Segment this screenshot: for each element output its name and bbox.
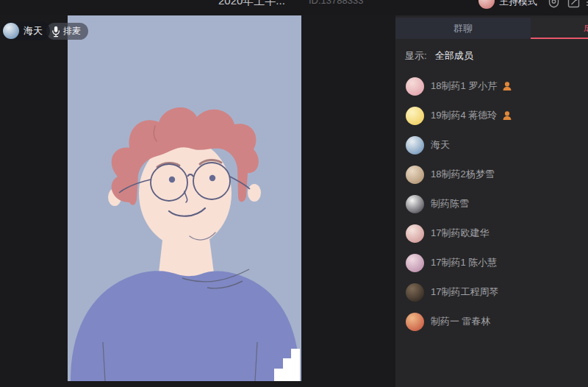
shield-icon[interactable]	[548, 0, 560, 8]
member-name: 17制药1 陈小慧	[431, 256, 497, 269]
member-avatar	[406, 283, 424, 302]
member-panel: 群聊 成员 显示: 全部成员 18制药1 罗小芹 19制药4 蒋德玲 海天 18…	[395, 15, 588, 387]
member-avatar	[406, 77, 424, 96]
member-row[interactable]: 18制药1 罗小芹	[395, 71, 588, 101]
member-avatar	[406, 107, 424, 125]
member-row[interactable]: 制药一 雷春林	[395, 307, 588, 336]
member-avatar	[406, 313, 424, 331]
member-row[interactable]: 18制药2杨梦雪	[395, 160, 588, 189]
member-name: 18制药1 罗小芹	[431, 79, 497, 93]
member-avatar	[406, 136, 424, 155]
filter-value-dropdown[interactable]: 全部成员	[435, 49, 473, 63]
member-name: 海天	[431, 138, 450, 152]
queue-mic-button[interactable]: 排麦	[46, 23, 88, 40]
host-avatar[interactable]	[478, 0, 495, 9]
host-mode-label: 主持模式	[499, 0, 537, 8]
person-badge-icon	[502, 110, 512, 121]
member-row[interactable]: 海天	[395, 130, 588, 160]
member-row[interactable]: 17制药工程周琴	[395, 277, 588, 307]
filter-label: 显示:	[405, 49, 427, 63]
edit-icon[interactable]	[567, 0, 580, 8]
meeting-title: 2020年上半...	[218, 0, 285, 8]
member-name: 18制药2杨梦雪	[431, 168, 495, 181]
video-nameplate: 海天	[1, 21, 50, 40]
member-name: 17制药欧建华	[431, 227, 489, 240]
member-avatar	[406, 224, 424, 243]
panel-tabbar: 群聊 成员	[395, 18, 588, 39]
member-avatar	[406, 254, 424, 272]
member-list: 18制药1 罗小芹 19制药4 蒋德玲 海天 18制药2杨梦雪 制药陈雪	[395, 71, 588, 336]
member-row[interactable]: 17制药1 陈小慧	[395, 248, 588, 277]
member-row[interactable]: 制药陈雪	[395, 189, 588, 219]
member-row[interactable]: 19制药4 蒋德玲	[395, 101, 588, 130]
member-row[interactable]: 17制药欧建华	[395, 219, 588, 248]
nameplate-avatar	[3, 23, 19, 39]
member-name: 19制药4 蒋德玲	[431, 109, 497, 122]
microphone-icon	[51, 26, 60, 38]
menu-icon[interactable]	[585, 0, 588, 8]
member-name: 制药陈雪	[431, 197, 469, 210]
queue-mic-label: 排麦	[63, 25, 81, 38]
tab-members[interactable]: 成员	[531, 18, 588, 39]
member-name: 17制药工程周琴	[431, 285, 498, 299]
person-illustration	[68, 15, 301, 381]
person-badge-icon	[502, 81, 512, 91]
top-bar: 2020年上半... ID:13788333 主持模式	[0, 0, 588, 15]
nameplate-name: 海天	[24, 24, 43, 38]
member-filter-row: 显示: 全部成员	[405, 49, 473, 63]
video-tile[interactable]	[68, 15, 301, 381]
member-avatar	[406, 166, 424, 184]
meeting-id: ID:13788333	[309, 0, 363, 6]
member-avatar	[406, 195, 424, 213]
tab-group-chat[interactable]: 群聊	[395, 18, 531, 39]
member-name: 制药一 雷春林	[431, 315, 491, 328]
